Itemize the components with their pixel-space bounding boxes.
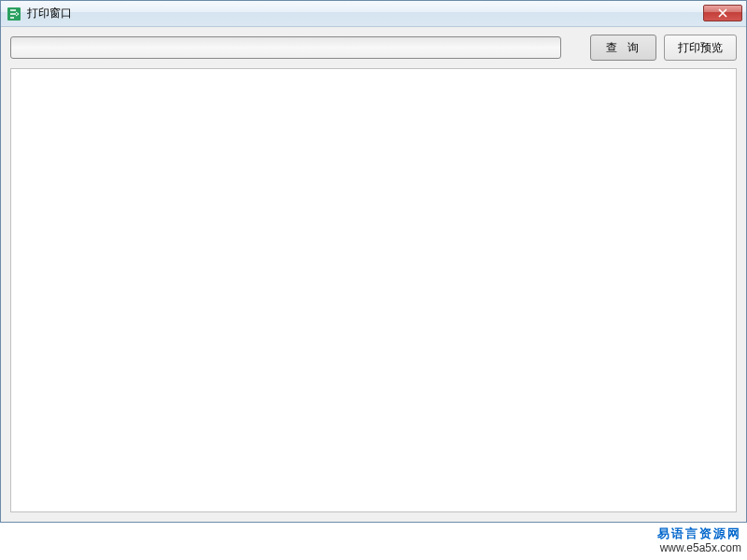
button-group: 查 询 打印预览 xyxy=(590,35,737,61)
print-preview-button[interactable]: 打印预览 xyxy=(664,35,737,61)
app-icon xyxy=(7,7,21,21)
watermark-title: 易语言资源网 xyxy=(657,526,741,542)
query-button[interactable]: 查 询 xyxy=(590,35,656,61)
app-window: 打印窗口 查 询 打印预览 xyxy=(0,0,747,523)
search-input[interactable] xyxy=(10,36,561,59)
watermark: 易语言资源网 www.e5a5x.com xyxy=(657,526,741,556)
window-title: 打印窗口 xyxy=(27,6,72,21)
content-area xyxy=(10,68,737,512)
titlebar[interactable]: 打印窗口 xyxy=(1,1,746,27)
close-button[interactable] xyxy=(703,5,742,21)
toolbar: 查 询 打印预览 xyxy=(1,27,746,68)
watermark-url: www.e5a5x.com xyxy=(657,541,741,556)
